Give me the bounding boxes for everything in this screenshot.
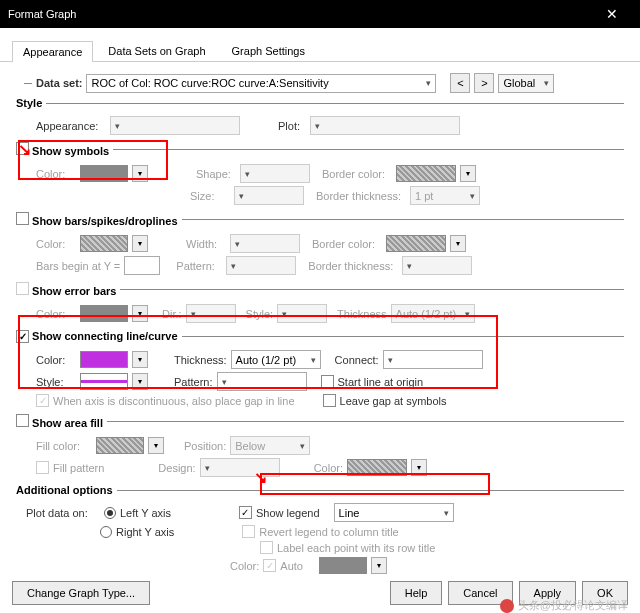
bars-legend: Show bars/spikes/droplines [32, 215, 178, 227]
bars-color-swatch[interactable] [80, 235, 128, 252]
next-dataset-button[interactable]: > [474, 73, 494, 93]
legend-select[interactable]: Line [334, 503, 454, 522]
bars-begin-label: Bars begin at Y = [36, 260, 120, 272]
show-error-checkbox[interactable] [16, 282, 29, 295]
bars-pattern-select[interactable] [226, 256, 296, 275]
bars-width-select[interactable] [230, 234, 300, 253]
fill-pattern-checkbox[interactable] [36, 461, 49, 474]
line-connect-select[interactable] [383, 350, 483, 369]
content-area: Data set: ROC of Col: ROC curve:ROC curv… [0, 62, 640, 587]
chevron-down-icon[interactable]: ▾ [132, 165, 148, 182]
bars-begin-input[interactable] [124, 256, 160, 275]
dataset-label: Data set: [36, 77, 82, 89]
error-color-swatch[interactable] [80, 305, 128, 322]
error-color-label: Color: [36, 308, 76, 320]
plot-label: Plot: [278, 120, 300, 132]
bars-bthick-select[interactable] [402, 256, 472, 275]
line-color-swatch[interactable] [80, 351, 128, 368]
bars-width-label: Width: [186, 238, 226, 250]
tab-graph-settings[interactable]: Graph Settings [221, 40, 316, 61]
tab-strip: Appearance Data Sets on Graph Graph Sett… [0, 28, 640, 62]
symbols-bcolor-label: Border color: [322, 168, 392, 180]
show-line-checkbox[interactable]: ✓ [16, 330, 29, 343]
show-bars-checkbox[interactable] [16, 212, 29, 225]
close-icon[interactable]: ✕ [592, 0, 632, 28]
right-y-label: Right Y axis [116, 526, 174, 538]
error-group: Show error bars Color: ▾ Dir.: Style: Th… [16, 282, 624, 326]
change-type-button[interactable]: Change Graph Type... [12, 581, 150, 605]
bars-color-label: Color: [36, 238, 76, 250]
start-origin-checkbox[interactable] [321, 375, 334, 388]
tab-appearance[interactable]: Appearance [12, 41, 93, 62]
symbols-color-label: Color: [36, 168, 76, 180]
area-design-select[interactable] [200, 458, 280, 477]
area-position-select[interactable]: Below [230, 436, 310, 455]
right-y-radio[interactable] [100, 526, 112, 538]
show-area-checkbox[interactable] [16, 414, 29, 427]
chevron-down-icon[interactable]: ▾ [132, 235, 148, 252]
global-select[interactable]: Global [498, 74, 554, 93]
plot-select[interactable] [310, 116, 460, 135]
symbols-shape-label: Shape: [196, 168, 236, 180]
discont-checkbox[interactable]: ✓ [36, 394, 49, 407]
auto-label: Auto [280, 560, 303, 572]
symbols-color-swatch[interactable] [80, 165, 128, 182]
discont-label: When axis is discontinuous, also place g… [53, 395, 295, 407]
chevron-down-icon[interactable]: ▾ [132, 373, 148, 390]
chevron-down-icon[interactable]: ▾ [148, 437, 164, 454]
tab-datasets[interactable]: Data Sets on Graph [97, 40, 216, 61]
fill-pattern-label: Fill pattern [53, 462, 104, 474]
add-color-label: Color: [230, 560, 259, 572]
symbols-size-label: Size: [190, 190, 230, 202]
left-y-radio[interactable] [104, 507, 116, 519]
chevron-down-icon[interactable]: ▾ [460, 165, 476, 182]
watermark: 头条@投必得论文编译 [500, 598, 628, 613]
style-group: Style Appearance: Plot: [16, 97, 624, 138]
add-color-swatch[interactable] [319, 557, 367, 574]
gap-symbols-label: Leave gap at symbols [340, 395, 447, 407]
bars-pattern-label: Pattern: [176, 260, 222, 272]
chevron-down-icon[interactable]: ▾ [132, 351, 148, 368]
error-legend: Show error bars [32, 285, 116, 297]
additional-legend: Additional options [16, 484, 117, 496]
additional-group: Additional options Plot data on: Left Y … [16, 484, 624, 577]
area-color-swatch[interactable] [347, 459, 407, 476]
label-row-label: Label each point with its row title [277, 542, 435, 554]
symbols-size-select[interactable] [234, 186, 304, 205]
line-style-label: Style: [36, 376, 76, 388]
chevron-down-icon[interactable]: ▾ [450, 235, 466, 252]
revert-legend-checkbox[interactable] [242, 525, 255, 538]
show-symbols-checkbox[interactable] [16, 142, 29, 155]
bars-bcolor-swatch[interactable] [386, 235, 446, 252]
prev-dataset-button[interactable]: < [450, 73, 470, 93]
avatar-icon [500, 599, 514, 613]
title-bar: Format Graph ✕ [0, 0, 640, 28]
label-row-checkbox[interactable] [260, 541, 273, 554]
chevron-down-icon[interactable]: ▾ [132, 305, 148, 322]
show-legend-checkbox[interactable]: ✓ [239, 506, 252, 519]
chevron-down-icon[interactable]: ▾ [411, 459, 427, 476]
auto-color-checkbox[interactable]: ✓ [263, 559, 276, 572]
bars-group: Show bars/spikes/droplines Color: ▾ Widt… [16, 212, 624, 278]
error-dir-select[interactable] [186, 304, 236, 323]
dataset-select[interactable]: ROC of Col: ROC curve:ROC curve:A:Sensit… [86, 74, 436, 93]
area-fillcolor-swatch[interactable] [96, 437, 144, 454]
error-thick-select[interactable]: Auto (1/2 pt) [391, 304, 475, 323]
area-color-label: Color: [314, 462, 343, 474]
line-legend: Show connecting line/curve [32, 330, 177, 342]
error-thick-label: Thickness [337, 308, 387, 320]
symbols-bthick-select[interactable]: 1 pt [410, 186, 480, 205]
help-button[interactable]: Help [390, 581, 443, 605]
line-thick-select[interactable]: Auto (1/2 pt) [231, 350, 321, 369]
symbols-bcolor-swatch[interactable] [396, 165, 456, 182]
chevron-down-icon[interactable]: ▾ [371, 557, 387, 574]
line-style-swatch[interactable] [80, 373, 128, 390]
symbols-shape-select[interactable] [240, 164, 310, 183]
gap-symbols-checkbox[interactable] [323, 394, 336, 407]
line-thick-label: Thickness: [174, 354, 227, 366]
error-style-select[interactable] [277, 304, 327, 323]
revert-legend-label: Revert legend to column title [259, 526, 398, 538]
line-pattern-select[interactable] [217, 372, 307, 391]
line-group: ✓ Show connecting line/curve Color: ▾ Th… [16, 330, 624, 410]
appearance-select[interactable] [110, 116, 240, 135]
